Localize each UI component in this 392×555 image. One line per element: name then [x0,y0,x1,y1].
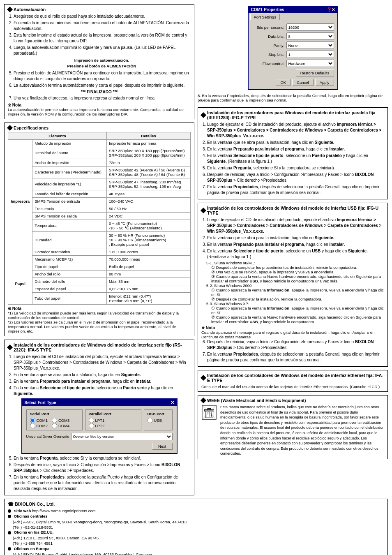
universal-select[interactable]: Overwrite files by version [71,433,173,440]
cancel-button[interactable]: Cancel [292,79,314,86]
instalacion-usb-section: Instalación de los controladores de Wind… [198,203,388,367]
item-cell: Mecanismo MCBF *2) [32,255,107,263]
especificaciones-section: Especificaciones Elemento Detalles Impre… [4,123,194,336]
weee-content: Esta marca mostrada sobre el producto, i… [201,405,384,456]
list-item: En la ventana Preparado para instalar el… [207,242,384,247]
oficina-eeuu-addr: (Adr.) 1210 E. 223rd St., #330, Carson, … [8,535,384,541]
list-item: ① Después de completar los procedimiento… [211,265,384,270]
list-item: Luego de ejecutar el CD de instalación d… [14,354,191,371]
detail-cell: Rollo de papel [107,263,191,270]
list-item: ② Después de completar la instalación, r… [211,297,384,301]
port-next-btn-row: Next [26,443,173,450]
weee-section: WEEE (Waste Electrical and Electric Equi… [198,395,388,459]
detail-cell: 70.000.000 líneas [107,255,191,263]
com1-radio[interactable]: COM1 [30,418,48,423]
list-item: En la ventana Seleccione tipo de puerto,… [207,248,384,260]
parity-row: Parity: None [252,42,334,49]
usb-port-group: USB Port USB [144,409,173,430]
left-column: Autoevaluación Asegúrese de que el rollo… [4,4,194,495]
sub51: 5-1. Si usa Windows 98/ME: [206,261,384,265]
sub53-items: ① Cuando aparezca la ventana Información… [206,306,384,324]
list-item: En la ventana Preparado para instalar el… [207,146,384,152]
detail-cell: 30 ~ 80 % HR (Funcionamiento) 10 ~ 90 % … [107,231,191,248]
list-item: En la ventana que se abra para la instal… [14,372,191,378]
detail-cell: 0,062~0,075 mm [107,285,191,292]
bullet-icon [8,509,11,513]
bits-per-second-select[interactable]: 19200 [286,23,334,31]
spec-nota1: *1) La velocidad de impresión puede ser … [8,311,191,320]
lpt2-radio[interactable]: LPT2 [89,423,105,428]
detail-cell: Máx. 83 mm [107,278,191,285]
list-item: En la ventana Propiedades, seleccione la… [14,474,191,492]
com1-dialog-title: COM1 Properties ❓✕ [249,7,337,13]
sitio-web: Sitio web http://www.samsungminiprinters… [8,509,384,513]
instalacion-serie-title: Instalación de los controladores de Wind… [8,342,191,352]
detail-cell: 24 VDC [107,212,191,220]
restore-defaults-button[interactable]: Restore Defaults [296,69,334,76]
usb-nota-text: Cuando aparezca el mensaje para el regis… [201,330,384,339]
item-cell: SMPS Tensión de salida [32,212,107,220]
sub51-items: ① Después de completar los procedimiento… [206,265,384,283]
port-settings-tab[interactable]: Port Settings [250,14,280,20]
autoevaluacion-list: Asegúrese de que el rollo de papel haya … [8,14,191,56]
list-item: Presione el botón de ALIMENTACIÓN para c… [14,70,191,82]
list-item: Una vez finalizado el proceso, la impres… [14,95,191,101]
autoevaluacion-list3: Una vez finalizado el proceso, la impres… [8,95,191,101]
item-cell: Humedad [32,231,107,248]
list-item: En la ventana Pregunta, seleccione Sí y … [207,165,384,171]
col-detalles: Detalles [107,132,191,139]
list-item: ① Cuando aparezca la ventana Información… [211,306,384,315]
next-button[interactable]: Next [152,443,173,450]
list-item: Luego de ejecutar el CD de instalación d… [207,217,384,234]
autoevaluacion-section: Autoevaluación Asegúrese de que el rollo… [4,4,194,119]
apply-button[interactable]: Apply [315,79,334,86]
ok-button[interactable]: OK [276,79,291,86]
sub53: 5-3. Si usa Windows XP: [206,301,384,306]
port-dialog-title: Select Fort Type ✕ [22,399,177,406]
com2-radio[interactable]: COM2 [30,423,48,428]
item-cell: Velocidad de impresión *1) [32,178,107,190]
detail-cell: SRP-350plus: 47 líneas/seg, 200 mm/seg S… [107,178,191,190]
flow-control-select[interactable]: Hardware [286,60,334,67]
list-item: En la ventana Preparado para instalar el… [14,379,191,384]
parity-select[interactable]: None [286,42,334,49]
com4-radio[interactable]: COM4 [52,423,69,428]
item-cell: Ancho del rollo [32,270,107,278]
diamond-icon [201,375,206,381]
parallel-radios2: LPT2 [89,423,138,428]
nota-title: ※ Nota [8,103,191,107]
flow-control-row: Flow control: Hardware [252,60,334,67]
list-item: En la ventana Seleccione tipo de puerto,… [207,153,384,164]
page: Autoevaluación Asegúrese de que el rollo… [0,0,392,555]
lpt1-radio[interactable]: LPT1 [89,418,105,423]
serial-port-group: Serial Port COM1 COM3 [26,409,83,430]
dialog-tab-row: Port Settings [249,13,337,20]
bullet-icon [8,547,11,550]
usb-radio[interactable]: USB [148,418,169,423]
bixolon-title: ☎ BIXOLON Co., Ltd. [8,502,384,507]
instalacion-ethernet-section: Instalación de los controladores de Wind… [198,370,388,392]
data-bits-select[interactable]: 8 [286,32,334,40]
item-cell: Tamaño del búfer de recepción [32,190,107,197]
port-dialog-body: Serial Port COM1 COM3 [22,406,177,453]
instalacion-usb-title: Instalación de los controladores de Wind… [201,206,384,215]
detail-cell: 72mm [107,159,191,166]
top-section: Autoevaluación Asegúrese de que el rollo… [4,4,388,495]
list-item: En la ventana que se abra para la instal… [207,140,384,146]
item-cell: Espesor del papel [32,285,107,292]
com3-radio[interactable]: COM3 [52,418,69,423]
list-item: Después de reiniciar, vaya a Inicio > Co… [207,172,384,183]
stop-bits-select[interactable]: 1 [286,51,334,58]
restore-defaults-row: Restore Defaults [252,69,334,76]
bullet-icon [8,531,11,534]
list-item: En la ventana Propiedades, después de se… [207,184,384,196]
stop-bits-row: Stop bits: 1 [252,51,334,58]
dialog-buttons: OK Cancel Apply [252,79,334,86]
list-item: Luego de ejecutar el CD de instalación d… [207,122,384,139]
serial-radios2: COM2 COM4 [30,423,79,428]
parallel-radios: LPT1 [89,418,138,423]
oficina-eeuu-tel: (Tél.) +1-858 764 4581 [8,541,384,546]
spec-nota2: *2) Los valores anteriores se calculan e… [8,320,191,333]
item-cell: Tipo de papel [32,263,107,270]
instalacion-paralela-section: Instalación de los controladores para Wi… [198,107,388,199]
